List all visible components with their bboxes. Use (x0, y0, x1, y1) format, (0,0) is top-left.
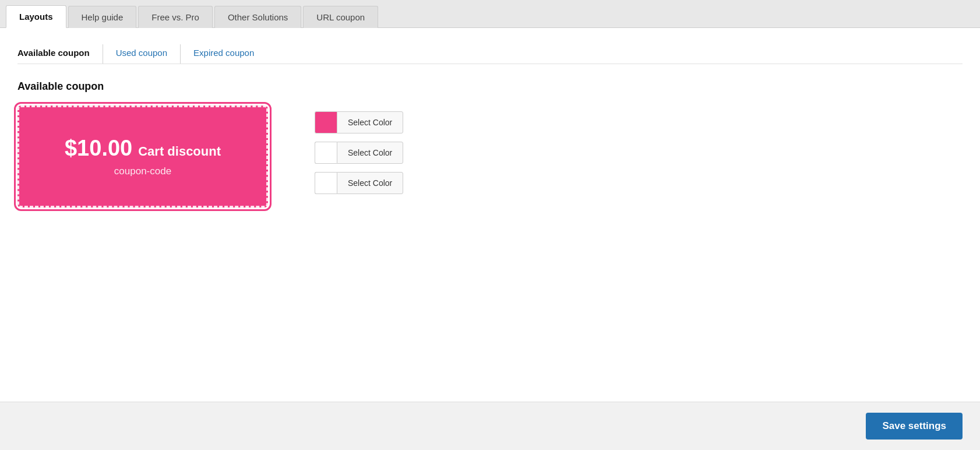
content-row: $10.00 Cart discount coupon-code Select … (17, 106, 963, 208)
tab-other-solutions[interactable]: Other Solutions (214, 6, 301, 28)
coupon-cart-label: Cart discount (138, 144, 221, 159)
coupon-code: coupon-code (114, 166, 171, 177)
panel: Available coupon Used coupon Expired cou… (0, 28, 980, 402)
color-swatch-3[interactable] (315, 172, 337, 194)
section-title: Available coupon (17, 80, 963, 93)
coupon-amount-line: $10.00 Cart discount (65, 136, 221, 161)
tab-help-guide[interactable]: Help guide (68, 6, 137, 28)
sub-tabs: Available coupon Used coupon Expired cou… (17, 44, 963, 64)
color-swatch-2[interactable] (315, 142, 337, 164)
select-color-button-1[interactable]: Select Color (337, 111, 403, 133)
sub-tab-available[interactable]: Available coupon (17, 44, 103, 64)
save-settings-button[interactable]: Save settings (866, 413, 963, 440)
tab-free-vs-pro[interactable]: Free vs. Pro (138, 6, 213, 28)
color-row-3: Select Color (315, 172, 403, 194)
footer-bar: Save settings (0, 402, 980, 450)
tabs-bar: Layouts Help guide Free vs. Pro Other So… (0, 0, 980, 28)
color-selectors: Select Color Select Color Select Color (315, 106, 403, 194)
select-color-button-2[interactable]: Select Color (337, 142, 403, 164)
tab-url-coupon[interactable]: URL coupon (303, 6, 378, 28)
color-row-2: Select Color (315, 142, 403, 164)
main-content: Layouts Help guide Free vs. Pro Other So… (0, 0, 980, 450)
color-swatch-1[interactable] (315, 111, 337, 133)
color-row-1: Select Color (315, 111, 403, 133)
coupon-preview-wrapper: $10.00 Cart discount coupon-code (17, 106, 268, 208)
coupon-preview: $10.00 Cart discount coupon-code (17, 106, 268, 208)
sub-tab-expired[interactable]: Expired coupon (193, 44, 267, 64)
tab-layouts[interactable]: Layouts (6, 5, 66, 28)
select-color-button-3[interactable]: Select Color (337, 172, 403, 194)
coupon-amount: $10.00 (65, 136, 132, 161)
sub-tab-used[interactable]: Used coupon (116, 44, 181, 64)
